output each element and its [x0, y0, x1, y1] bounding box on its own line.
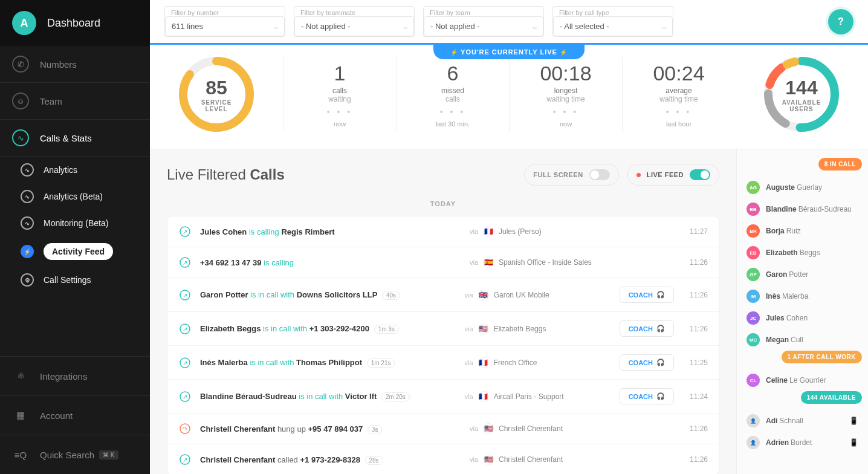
nav-account[interactable]: ▦Account: [0, 395, 150, 435]
duration-chip: 1m 3s: [374, 325, 399, 334]
subnav-analytics-beta[interactable]: ∿Analytics (Beta): [0, 183, 150, 210]
subnav-analytics[interactable]: ∿Analytics: [0, 157, 150, 183]
user-item[interactable]: JCJules Cohen: [737, 307, 868, 329]
avatar: CL: [747, 374, 760, 387]
stat-col: 00:18longestwaiting time• • •now: [509, 57, 622, 132]
coach-button[interactable]: COACH 🎧: [620, 388, 674, 404]
via-label: via: [449, 393, 473, 400]
flag-icon: 🇺🇸: [483, 423, 494, 434]
call-direction-icon: ↗: [178, 256, 192, 269]
svg-text:↗: ↗: [183, 394, 187, 400]
user-item[interactable]: CLCeline Le Gourrier: [737, 369, 868, 391]
call-row[interactable]: ↗Inès Malerba is in call with Thomas Phi…: [167, 346, 719, 380]
flag-icon: 🇺🇸: [483, 454, 494, 465]
call-row[interactable]: ↷Christell Cherenfant hung up +95 47 894…: [167, 414, 719, 444]
call-time: 11:27: [679, 227, 708, 236]
call-description: Inès Malerba is in call with Thomas Phil…: [200, 358, 449, 367]
integrations-icon: ⚛: [12, 368, 29, 385]
avatar: BB: [747, 203, 760, 216]
filter-0[interactable]: Filter by number611 lines: [164, 6, 285, 37]
flag-icon: 🇫🇷: [478, 391, 489, 402]
user-icon: ☺: [12, 93, 29, 109]
via-line: Garon UK Mobile: [494, 291, 615, 299]
user-item[interactable]: 👤Adrien Bordet📱: [737, 432, 868, 453]
call-direction-icon: ↗: [178, 225, 192, 238]
svg-text:↗: ↗: [183, 259, 187, 266]
svg-text:↷: ↷: [183, 426, 188, 432]
subnav-call-settings[interactable]: ⚙Call Settings: [0, 267, 150, 293]
duration-chip: 1m 21s: [367, 359, 395, 368]
user-item[interactable]: BRBorja Ruiz: [737, 220, 868, 242]
help-button[interactable]: ?: [828, 9, 853, 34]
coach-button[interactable]: COACH 🎧: [620, 287, 674, 303]
page-title: Dashboard: [47, 17, 100, 30]
call-description: Blandine Béraud-Sudreau is in call with …: [200, 392, 449, 401]
call-row[interactable]: ↗Elizabeth Beggs is in call with +1 303-…: [167, 312, 719, 346]
user-item[interactable]: 👤Adi Schnall📱: [737, 410, 868, 432]
switch-icon: [589, 169, 610, 180]
nav-quick-search[interactable]: ≡QQuick Search⌘ K: [0, 435, 150, 474]
user-item[interactable]: GPGaron Potter: [737, 264, 868, 285]
avatar: AG: [747, 181, 760, 194]
filter-1[interactable]: Filter by teammate- Not applied -: [294, 6, 415, 37]
via-label: via: [449, 325, 473, 333]
filter-select[interactable]: 611 lines: [165, 16, 285, 36]
call-time: 11:26: [679, 455, 708, 464]
nav-team[interactable]: ☺Team: [0, 83, 150, 120]
user-item[interactable]: AGAuguste Guerlay: [737, 177, 868, 198]
call-description: Elizabeth Beggs is in call with +1 303-2…: [200, 324, 449, 333]
via-label: via: [454, 456, 478, 463]
call-time: 11:26: [679, 424, 708, 433]
flag-icon: 🇫🇷: [478, 357, 489, 368]
device-icon: 📱: [849, 438, 858, 447]
via-line: Elizabeth Beggs: [494, 325, 615, 333]
filter-select[interactable]: - Not applied -: [294, 16, 414, 36]
via-label: via: [454, 228, 478, 235]
svg-text:↗: ↗: [183, 326, 187, 333]
subnav-activity-feed[interactable]: ⚡Activity Feed: [0, 236, 150, 267]
duration-chip: 3s: [368, 425, 383, 434]
call-row[interactable]: ↗Blandine Béraud-Sudreau is in call with…: [167, 380, 719, 414]
call-row[interactable]: ↗Garon Potter is in call with Downs Soli…: [167, 278, 719, 312]
user-item[interactable]: BBBlandine Béraud-Sudreau: [737, 198, 868, 220]
filter-select[interactable]: - All selected -: [553, 16, 673, 36]
available-tag: 144 AVAILABLE: [801, 391, 862, 404]
stat-col: 00:24averagewaiting time• • •last hour: [622, 57, 735, 132]
svg-text:↗: ↗: [183, 229, 187, 235]
avatar: IM: [747, 290, 760, 303]
panel-title: Live Filtered Calls: [167, 166, 285, 183]
call-row[interactable]: ↗+34 692 13 47 39 is calling via🇪🇸Spanis…: [167, 247, 719, 278]
sidebar: A Dashboard ✆Numbers ☺Team ∿Calls & Stat…: [0, 0, 150, 474]
via-line: Spanish Office - Inside Sales: [499, 258, 620, 267]
flag-icon: 🇪🇸: [483, 257, 494, 268]
filter-2[interactable]: Filter by team- Not applied -: [423, 6, 544, 37]
nav-integrations[interactable]: ⚛Integrations: [0, 356, 150, 395]
nav-calls-stats[interactable]: ∿Calls & Stats: [0, 120, 150, 157]
avatar: GP: [747, 268, 760, 281]
fullscreen-toggle[interactable]: FULL SCREEN: [524, 164, 618, 186]
avatar: MC: [747, 333, 760, 346]
coach-button[interactable]: COACH 🎧: [620, 354, 674, 371]
subnav-monitoring-beta[interactable]: ∿Monitoring (Beta): [0, 210, 150, 236]
avatar: JC: [747, 311, 760, 325]
user-item[interactable]: EBElizabeth Beggs: [737, 242, 868, 264]
filter-3[interactable]: Filter by call type- All selected -: [552, 6, 673, 37]
call-description: +34 692 13 47 39 is calling: [200, 258, 454, 267]
call-row[interactable]: ↗Christell Cherenfant called +1 973-229-…: [167, 444, 719, 474]
call-row[interactable]: ↗Jules Cohen is calling Regis Rimbertvia…: [167, 216, 719, 247]
user-item[interactable]: MCMegan Cull: [737, 329, 868, 351]
user-item[interactable]: IMInès Malerba: [737, 285, 868, 307]
users-panel: 8 IN CALL AGAuguste GuerlayBBBlandine Bé…: [736, 149, 868, 474]
content-row: Live Filtered Calls FULL SCREEN LIVE FEE…: [150, 149, 868, 474]
filter-bar: Filter by number611 linesFilter by teamm…: [150, 0, 868, 45]
nav-numbers[interactable]: ✆Numbers: [0, 46, 150, 83]
svg-text:↗: ↗: [183, 292, 187, 299]
dot-icon: ∿: [21, 216, 34, 230]
in-call-tag: 8 IN CALL: [818, 158, 862, 170]
gear-icon: ⚙: [21, 273, 34, 287]
livefeed-toggle[interactable]: LIVE FEED: [627, 164, 719, 186]
main-content: Filter by number611 linesFilter by teamm…: [150, 0, 868, 474]
filter-select[interactable]: - Not applied -: [424, 16, 543, 36]
coach-button[interactable]: COACH 🎧: [620, 320, 674, 337]
via-label: via: [449, 359, 473, 366]
